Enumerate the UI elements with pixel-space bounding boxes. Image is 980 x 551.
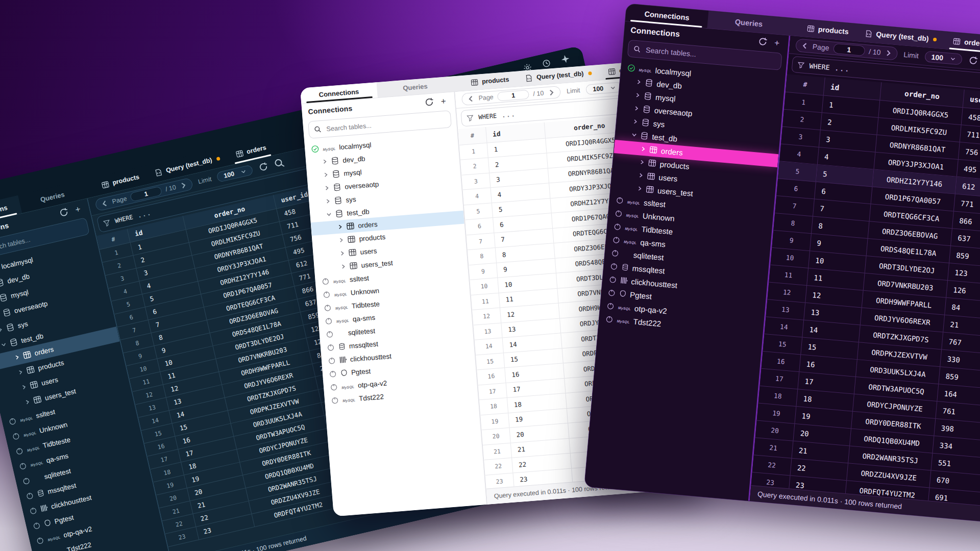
row-number-cell: 4 bbox=[463, 188, 492, 205]
sidebar-tab-label: Connections bbox=[318, 88, 359, 98]
connection-label: otp-qa-v2 bbox=[634, 304, 667, 315]
history-icon[interactable] bbox=[541, 58, 552, 69]
filter-funnel-icon bbox=[467, 114, 474, 121]
connection-label: clickhousttest bbox=[350, 352, 391, 363]
chevron-right-icon bbox=[635, 92, 641, 98]
page-number-input[interactable]: 1 bbox=[130, 186, 162, 202]
connection-label: ssltest bbox=[35, 408, 56, 419]
limit-select[interactable]: 100 bbox=[924, 51, 963, 65]
chevron-down-icon bbox=[950, 56, 955, 62]
power-icon bbox=[8, 416, 17, 426]
table-icon bbox=[29, 380, 39, 390]
connection-label: localmysql bbox=[339, 141, 372, 151]
limit-label: Limit bbox=[567, 87, 580, 95]
next-page-button[interactable] bbox=[548, 89, 555, 96]
database-label: mysql bbox=[655, 92, 676, 103]
power-icon bbox=[322, 290, 331, 299]
refresh-connections-button[interactable] bbox=[757, 36, 769, 47]
mssql-database-icon bbox=[621, 263, 629, 271]
power-icon bbox=[28, 506, 38, 515]
row-number-cell: 13 bbox=[473, 323, 502, 340]
connection-label: sqlitetest bbox=[348, 327, 375, 336]
power-icon bbox=[326, 343, 335, 352]
database-icon bbox=[0, 278, 5, 288]
data-grid: # id order_no user_id product_id 1 1 ORD… bbox=[751, 74, 980, 514]
sidebar-tab-label: Queries bbox=[734, 18, 763, 29]
database-icon bbox=[2, 308, 12, 317]
row-number-cell: 1 bbox=[459, 143, 488, 160]
mysql-engine-badge: MySQL bbox=[20, 416, 33, 422]
chevron-right-icon bbox=[338, 237, 344, 243]
power-icon bbox=[608, 275, 617, 284]
next-page-button[interactable] bbox=[885, 49, 892, 57]
mysql-engine-badge: MySQL bbox=[335, 305, 349, 310]
power-icon bbox=[21, 476, 31, 486]
search-input[interactable] bbox=[325, 115, 446, 133]
power-icon bbox=[331, 396, 339, 405]
table-label: users bbox=[41, 375, 59, 387]
next-page-button[interactable] bbox=[179, 181, 188, 190]
page-number-input[interactable]: 1 bbox=[833, 43, 866, 56]
page-label: Page bbox=[111, 195, 128, 205]
power-icon bbox=[32, 521, 41, 531]
limit-select[interactable]: 100 bbox=[586, 82, 623, 95]
row-number-cell: 6 bbox=[465, 218, 494, 235]
chevron-down-icon bbox=[240, 168, 247, 174]
connection-label: ssltest bbox=[643, 198, 666, 209]
table-label: users bbox=[658, 172, 678, 183]
refresh-rows-button[interactable] bbox=[257, 161, 270, 173]
chevron-right-icon bbox=[324, 185, 330, 191]
mysql-engine-badge: MySQL bbox=[617, 319, 630, 323]
add-connection-button[interactable]: + bbox=[71, 203, 84, 215]
connection-label: qa-sms bbox=[640, 238, 666, 248]
limit-select[interactable]: 100 bbox=[216, 164, 254, 182]
mysql-engine-badge: MySQL bbox=[618, 306, 631, 310]
clickhouse-icon bbox=[339, 356, 347, 364]
sparkle-icon[interactable] bbox=[560, 54, 571, 65]
table-icon bbox=[649, 145, 657, 154]
sidebar-tab-label: Connections bbox=[644, 10, 690, 22]
row-number-cell: 2 bbox=[460, 158, 489, 175]
prev-page-button[interactable] bbox=[467, 95, 475, 103]
prev-page-button[interactable] bbox=[801, 42, 808, 49]
mysql-engine-badge: MySQL bbox=[624, 240, 637, 244]
table-icon bbox=[346, 222, 355, 231]
content-tab-label: orders bbox=[964, 38, 980, 48]
database-label: dev_db bbox=[7, 272, 31, 285]
add-connection-button[interactable]: + bbox=[438, 95, 449, 107]
row-number-cell: 15 bbox=[476, 353, 505, 370]
search-rows-button[interactable] bbox=[274, 157, 286, 169]
power-icon bbox=[327, 356, 336, 365]
connection-label: Tidbteste bbox=[351, 300, 380, 310]
clickhouse-icon bbox=[620, 277, 628, 284]
chevron-right-icon bbox=[632, 119, 638, 124]
row-number-cell: 3 bbox=[461, 173, 491, 190]
row-number-cell: 7 bbox=[467, 233, 496, 251]
row-number-cell: 14 bbox=[475, 338, 504, 355]
database-label: mysql bbox=[344, 168, 362, 178]
power-icon bbox=[612, 235, 621, 244]
refresh-rows-button[interactable] bbox=[968, 55, 979, 66]
table-panel: Page 1 / 10 Limit 100 bbox=[750, 36, 980, 530]
add-connection-button[interactable]: + bbox=[771, 37, 782, 48]
database-label: overseaotp bbox=[654, 106, 693, 117]
column-header[interactable]: # bbox=[458, 127, 487, 145]
refresh-connections-button[interactable] bbox=[58, 206, 70, 218]
prev-page-button[interactable] bbox=[101, 199, 109, 208]
refresh-connections-button[interactable] bbox=[424, 96, 435, 108]
page-number-input[interactable]: 1 bbox=[497, 90, 529, 102]
connection-label: ssltest bbox=[349, 274, 369, 283]
panel-title: Connections bbox=[630, 26, 680, 39]
query-file-icon bbox=[865, 30, 873, 38]
desktop-background: Connections Queries bbox=[0, 0, 980, 551]
power-icon bbox=[616, 196, 624, 205]
connection-label: Pgtest bbox=[630, 290, 652, 300]
row-number-cell: 21 bbox=[483, 443, 512, 460]
row-number-cell: 12 bbox=[472, 308, 501, 325]
chevron-right-icon bbox=[640, 159, 645, 165]
table-label: users_test bbox=[361, 259, 393, 269]
database-label: dev_db bbox=[342, 155, 365, 164]
row-number-cell: 16 bbox=[477, 368, 506, 385]
mysql-engine-badge: MySQL bbox=[341, 385, 355, 389]
content-tab-label: orders bbox=[246, 144, 267, 155]
